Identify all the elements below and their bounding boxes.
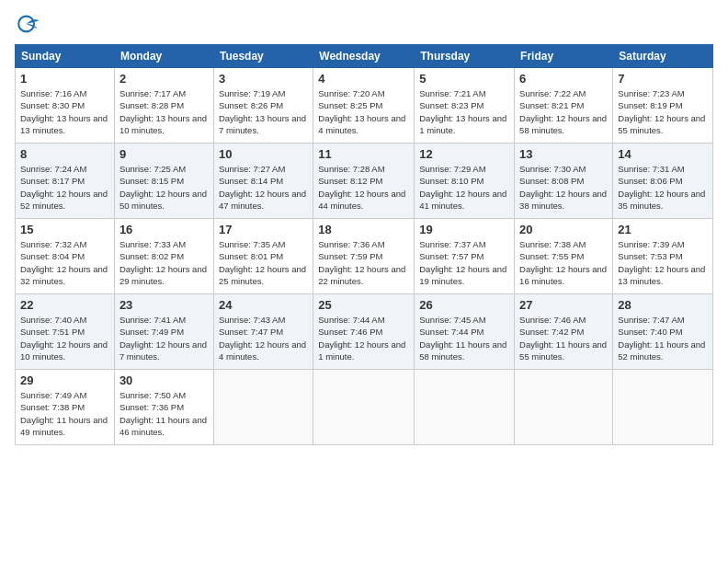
day-number: 7 xyxy=(618,72,708,86)
col-header-monday: Monday xyxy=(114,45,213,68)
day-number: 5 xyxy=(419,72,509,86)
calendar-cell: 3Sunrise: 7:19 AMSunset: 8:26 PMDaylight… xyxy=(213,68,313,144)
calendar-cell: 5Sunrise: 7:21 AMSunset: 8:23 PMDaylight… xyxy=(415,68,515,144)
day-detail: Sunrise: 7:25 AMSunset: 8:15 PMDaylight:… xyxy=(119,163,209,212)
day-detail: Sunrise: 7:24 AMSunset: 8:17 PMDaylight:… xyxy=(20,163,109,212)
logo-icon xyxy=(15,11,40,37)
day-number: 22 xyxy=(20,298,109,312)
calendar-cell: 2Sunrise: 7:17 AMSunset: 8:28 PMDaylight… xyxy=(114,68,213,144)
calendar-cell: 6Sunrise: 7:22 AMSunset: 8:21 PMDaylight… xyxy=(515,68,613,144)
day-detail: Sunrise: 7:45 AMSunset: 7:44 PMDaylight:… xyxy=(419,314,509,362)
calendar-cell xyxy=(515,370,613,445)
calendar-cell xyxy=(415,370,515,445)
day-number: 14 xyxy=(618,147,708,161)
page: SundayMondayTuesdayWednesdayThursdayFrid… xyxy=(0,0,728,456)
day-detail: Sunrise: 7:17 AMSunset: 8:28 PMDaylight:… xyxy=(119,87,209,136)
day-number: 1 xyxy=(20,72,109,86)
calendar-cell: 9Sunrise: 7:25 AMSunset: 8:15 PMDaylight… xyxy=(114,144,213,219)
day-detail: Sunrise: 7:16 AMSunset: 8:30 PMDaylight:… xyxy=(20,87,109,136)
day-number: 4 xyxy=(318,72,409,86)
day-number: 20 xyxy=(519,223,608,236)
col-header-tuesday: Tuesday xyxy=(213,45,313,68)
day-number: 3 xyxy=(219,72,308,86)
calendar-cell: 17Sunrise: 7:35 AMSunset: 8:01 PMDayligh… xyxy=(213,219,313,294)
calendar-cell: 27Sunrise: 7:46 AMSunset: 7:42 PMDayligh… xyxy=(515,294,613,370)
calendar-cell: 28Sunrise: 7:47 AMSunset: 7:40 PMDayligh… xyxy=(613,294,713,370)
col-header-saturday: Saturday xyxy=(613,45,713,68)
calendar-cell: 11Sunrise: 7:28 AMSunset: 8:12 PMDayligh… xyxy=(313,144,415,219)
day-detail: Sunrise: 7:29 AMSunset: 8:10 PMDaylight:… xyxy=(419,163,509,212)
day-detail: Sunrise: 7:49 AMSunset: 7:38 PMDaylight:… xyxy=(20,389,109,438)
logo xyxy=(15,11,42,37)
calendar-cell xyxy=(313,370,415,445)
calendar-cell: 24Sunrise: 7:43 AMSunset: 7:47 PMDayligh… xyxy=(213,294,313,370)
day-number: 15 xyxy=(20,223,109,236)
header xyxy=(15,11,713,37)
day-detail: Sunrise: 7:47 AMSunset: 7:40 PMDaylight:… xyxy=(618,314,708,362)
day-detail: Sunrise: 7:37 AMSunset: 7:57 PMDaylight:… xyxy=(419,238,509,287)
day-number: 13 xyxy=(519,147,608,161)
day-detail: Sunrise: 7:39 AMSunset: 7:53 PMDaylight:… xyxy=(618,238,708,287)
calendar-table: SundayMondayTuesdayWednesdayThursdayFrid… xyxy=(15,44,713,445)
calendar-cell: 20Sunrise: 7:38 AMSunset: 7:55 PMDayligh… xyxy=(515,219,613,294)
calendar-row: 15Sunrise: 7:32 AMSunset: 8:04 PMDayligh… xyxy=(16,219,713,294)
calendar-cell: 10Sunrise: 7:27 AMSunset: 8:14 PMDayligh… xyxy=(213,144,313,219)
day-number: 11 xyxy=(318,147,409,161)
calendar-row: 8Sunrise: 7:24 AMSunset: 8:17 PMDaylight… xyxy=(16,144,713,219)
calendar-row: 29Sunrise: 7:49 AMSunset: 7:38 PMDayligh… xyxy=(16,370,713,445)
day-detail: Sunrise: 7:33 AMSunset: 8:02 PMDaylight:… xyxy=(119,238,209,287)
day-detail: Sunrise: 7:27 AMSunset: 8:14 PMDaylight:… xyxy=(219,163,308,212)
day-number: 16 xyxy=(119,223,209,236)
calendar-cell: 4Sunrise: 7:20 AMSunset: 8:25 PMDaylight… xyxy=(313,68,415,144)
day-detail: Sunrise: 7:30 AMSunset: 8:08 PMDaylight:… xyxy=(519,163,608,212)
calendar-cell: 14Sunrise: 7:31 AMSunset: 8:06 PMDayligh… xyxy=(613,144,713,219)
day-detail: Sunrise: 7:23 AMSunset: 8:19 PMDaylight:… xyxy=(618,87,708,136)
calendar-cell: 18Sunrise: 7:36 AMSunset: 7:59 PMDayligh… xyxy=(313,219,415,294)
day-number: 28 xyxy=(618,298,708,312)
calendar-cell xyxy=(213,370,313,445)
calendar-row: 22Sunrise: 7:40 AMSunset: 7:51 PMDayligh… xyxy=(16,294,713,370)
col-header-sunday: Sunday xyxy=(16,45,115,68)
day-number: 24 xyxy=(219,298,308,312)
calendar-cell: 26Sunrise: 7:45 AMSunset: 7:44 PMDayligh… xyxy=(415,294,515,370)
day-number: 23 xyxy=(119,298,209,312)
day-number: 19 xyxy=(419,223,509,236)
calendar-cell: 7Sunrise: 7:23 AMSunset: 8:19 PMDaylight… xyxy=(613,68,713,144)
day-number: 10 xyxy=(219,147,308,161)
calendar-cell: 12Sunrise: 7:29 AMSunset: 8:10 PMDayligh… xyxy=(415,144,515,219)
day-detail: Sunrise: 7:46 AMSunset: 7:42 PMDaylight:… xyxy=(519,314,608,362)
calendar-cell: 16Sunrise: 7:33 AMSunset: 8:02 PMDayligh… xyxy=(114,219,213,294)
day-number: 25 xyxy=(318,298,409,312)
calendar-cell: 22Sunrise: 7:40 AMSunset: 7:51 PMDayligh… xyxy=(16,294,115,370)
day-number: 8 xyxy=(20,147,109,161)
day-detail: Sunrise: 7:32 AMSunset: 8:04 PMDaylight:… xyxy=(20,238,109,287)
day-detail: Sunrise: 7:28 AMSunset: 8:12 PMDaylight:… xyxy=(318,163,409,212)
calendar-cell: 1Sunrise: 7:16 AMSunset: 8:30 PMDaylight… xyxy=(16,68,115,144)
day-number: 30 xyxy=(119,373,209,387)
day-detail: Sunrise: 7:44 AMSunset: 7:46 PMDaylight:… xyxy=(318,314,409,362)
col-header-wednesday: Wednesday xyxy=(313,45,415,68)
day-detail: Sunrise: 7:40 AMSunset: 7:51 PMDaylight:… xyxy=(20,314,109,362)
day-detail: Sunrise: 7:21 AMSunset: 8:23 PMDaylight:… xyxy=(419,87,509,136)
day-detail: Sunrise: 7:43 AMSunset: 7:47 PMDaylight:… xyxy=(219,314,308,362)
day-number: 6 xyxy=(519,72,608,86)
day-number: 2 xyxy=(119,72,209,86)
header-row: SundayMondayTuesdayWednesdayThursdayFrid… xyxy=(16,45,713,68)
calendar-cell: 15Sunrise: 7:32 AMSunset: 8:04 PMDayligh… xyxy=(16,219,115,294)
day-detail: Sunrise: 7:22 AMSunset: 8:21 PMDaylight:… xyxy=(519,87,608,136)
calendar-cell: 25Sunrise: 7:44 AMSunset: 7:46 PMDayligh… xyxy=(313,294,415,370)
day-number: 29 xyxy=(20,373,109,387)
calendar-cell xyxy=(613,370,713,445)
day-detail: Sunrise: 7:19 AMSunset: 8:26 PMDaylight:… xyxy=(219,87,308,136)
calendar-row: 1Sunrise: 7:16 AMSunset: 8:30 PMDaylight… xyxy=(16,68,713,144)
day-number: 17 xyxy=(219,223,308,236)
day-number: 21 xyxy=(618,223,708,236)
calendar-cell: 21Sunrise: 7:39 AMSunset: 7:53 PMDayligh… xyxy=(613,219,713,294)
day-detail: Sunrise: 7:35 AMSunset: 8:01 PMDaylight:… xyxy=(219,238,308,287)
day-detail: Sunrise: 7:20 AMSunset: 8:25 PMDaylight:… xyxy=(318,87,409,136)
calendar-cell: 30Sunrise: 7:50 AMSunset: 7:36 PMDayligh… xyxy=(114,370,213,445)
col-header-thursday: Thursday xyxy=(415,45,515,68)
calendar-cell: 23Sunrise: 7:41 AMSunset: 7:49 PMDayligh… xyxy=(114,294,213,370)
day-number: 12 xyxy=(419,147,509,161)
day-detail: Sunrise: 7:38 AMSunset: 7:55 PMDaylight:… xyxy=(519,238,608,287)
